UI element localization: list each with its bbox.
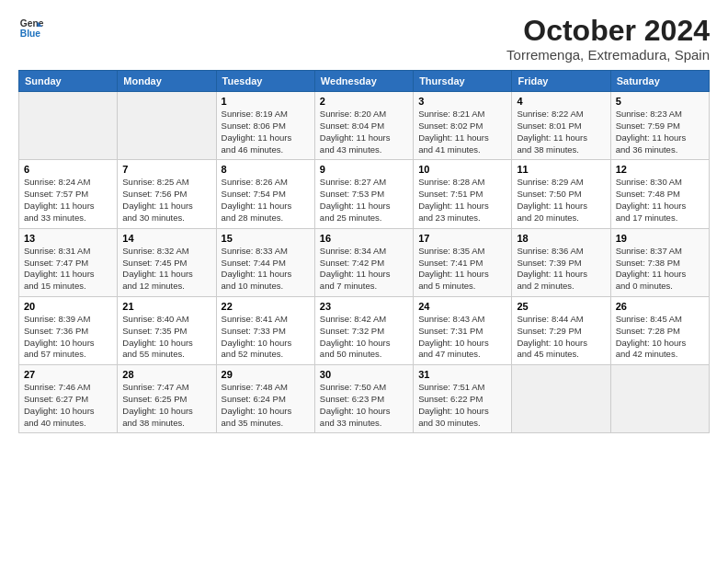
- day-number: 5: [616, 96, 704, 107]
- day-info: Sunrise: 8:35 AM Sunset: 7:41 PM Dayligh…: [418, 246, 506, 293]
- svg-text:Blue: Blue: [20, 29, 41, 39]
- calendar-cell: 23Sunrise: 8:42 AM Sunset: 7:32 PM Dayli…: [314, 296, 413, 364]
- day-info: Sunrise: 8:30 AM Sunset: 7:48 PM Dayligh…: [616, 177, 704, 224]
- calendar-body: 1Sunrise: 8:19 AM Sunset: 8:06 PM Daylig…: [19, 92, 710, 433]
- day-info: Sunrise: 8:24 AM Sunset: 7:57 PM Dayligh…: [24, 177, 112, 224]
- day-info: Sunrise: 8:44 AM Sunset: 7:29 PM Dayligh…: [517, 314, 605, 361]
- calendar-cell: 3Sunrise: 8:21 AM Sunset: 8:02 PM Daylig…: [414, 92, 512, 160]
- day-number: 6: [24, 164, 112, 175]
- day-number: 19: [616, 233, 704, 244]
- day-info: Sunrise: 8:41 AM Sunset: 7:33 PM Dayligh…: [222, 314, 310, 361]
- day-number: 28: [122, 369, 210, 380]
- day-info: Sunrise: 8:29 AM Sunset: 7:50 PM Dayligh…: [517, 177, 605, 224]
- day-number: 11: [517, 164, 605, 175]
- calendar-cell: 7Sunrise: 8:25 AM Sunset: 7:56 PM Daylig…: [118, 160, 216, 228]
- day-info: Sunrise: 7:48 AM Sunset: 6:24 PM Dayligh…: [222, 382, 310, 429]
- day-number: 25: [517, 301, 605, 312]
- day-info: Sunrise: 7:50 AM Sunset: 6:23 PM Dayligh…: [320, 382, 408, 429]
- day-number: 15: [222, 233, 310, 244]
- header: General Blue October 2024 Torremenga, Ex…: [18, 15, 710, 63]
- day-info: Sunrise: 8:28 AM Sunset: 7:51 PM Dayligh…: [418, 177, 506, 224]
- day-number: 10: [418, 164, 506, 175]
- calendar-cell: 2Sunrise: 8:20 AM Sunset: 8:04 PM Daylig…: [314, 92, 413, 160]
- logo: General Blue: [18, 15, 44, 40]
- day-number: 13: [24, 233, 112, 244]
- calendar-cell: 18Sunrise: 8:36 AM Sunset: 7:39 PM Dayli…: [512, 228, 610, 296]
- calendar-cell: 4Sunrise: 8:22 AM Sunset: 8:01 PM Daylig…: [512, 92, 610, 160]
- col-monday: Monday: [118, 71, 216, 92]
- calendar-cell: 28Sunrise: 7:47 AM Sunset: 6:25 PM Dayli…: [118, 365, 216, 433]
- day-number: 9: [320, 164, 408, 175]
- day-info: Sunrise: 8:22 AM Sunset: 8:01 PM Dayligh…: [517, 109, 605, 155]
- day-info: Sunrise: 8:43 AM Sunset: 7:31 PM Dayligh…: [418, 314, 506, 361]
- day-info: Sunrise: 8:20 AM Sunset: 8:04 PM Dayligh…: [320, 109, 408, 155]
- day-info: Sunrise: 8:33 AM Sunset: 7:44 PM Dayligh…: [222, 246, 310, 293]
- svg-text:General: General: [20, 18, 44, 29]
- day-info: Sunrise: 7:51 AM Sunset: 6:22 PM Dayligh…: [418, 382, 506, 429]
- day-number: 7: [122, 164, 210, 175]
- calendar-cell: 16Sunrise: 8:34 AM Sunset: 7:42 PM Dayli…: [314, 228, 413, 296]
- day-number: 8: [222, 164, 310, 175]
- calendar-cell: [19, 92, 118, 160]
- calendar-cell: 19Sunrise: 8:37 AM Sunset: 7:38 PM Dayli…: [610, 228, 709, 296]
- col-tuesday: Tuesday: [216, 71, 314, 92]
- calendar-cell: 10Sunrise: 8:28 AM Sunset: 7:51 PM Dayli…: [414, 160, 512, 228]
- calendar-cell: 5Sunrise: 8:23 AM Sunset: 7:59 PM Daylig…: [610, 92, 709, 160]
- col-friday: Friday: [512, 71, 610, 92]
- day-info: Sunrise: 8:37 AM Sunset: 7:38 PM Dayligh…: [616, 246, 704, 293]
- day-number: 14: [122, 233, 210, 244]
- day-number: 17: [418, 233, 506, 244]
- day-info: Sunrise: 8:39 AM Sunset: 7:36 PM Dayligh…: [24, 314, 112, 361]
- day-info: Sunrise: 7:46 AM Sunset: 6:27 PM Dayligh…: [24, 382, 112, 429]
- day-number: 30: [320, 369, 408, 380]
- title-block: October 2024 Torremenga, Extremadura, Sp…: [506, 15, 710, 63]
- calendar-cell: 11Sunrise: 8:29 AM Sunset: 7:50 PM Dayli…: [512, 160, 610, 228]
- day-number: 24: [418, 301, 506, 312]
- calendar-week-3: 13Sunrise: 8:31 AM Sunset: 7:47 PM Dayli…: [19, 228, 710, 296]
- col-wednesday: Wednesday: [314, 71, 413, 92]
- calendar-cell: [118, 92, 216, 160]
- day-number: 26: [616, 301, 704, 312]
- calendar-cell: 26Sunrise: 8:45 AM Sunset: 7:28 PM Dayli…: [610, 296, 709, 364]
- calendar-cell: 1Sunrise: 8:19 AM Sunset: 8:06 PM Daylig…: [216, 92, 314, 160]
- day-info: Sunrise: 8:40 AM Sunset: 7:35 PM Dayligh…: [122, 314, 210, 361]
- calendar-cell: 6Sunrise: 8:24 AM Sunset: 7:57 PM Daylig…: [19, 160, 118, 228]
- calendar-cell: 17Sunrise: 8:35 AM Sunset: 7:41 PM Dayli…: [414, 228, 512, 296]
- day-info: Sunrise: 8:32 AM Sunset: 7:45 PM Dayligh…: [122, 246, 210, 293]
- day-number: 22: [222, 301, 310, 312]
- calendar-week-5: 27Sunrise: 7:46 AM Sunset: 6:27 PM Dayli…: [19, 365, 710, 433]
- calendar-cell: [512, 365, 610, 433]
- calendar-cell: 20Sunrise: 8:39 AM Sunset: 7:36 PM Dayli…: [19, 296, 118, 364]
- calendar-header: Sunday Monday Tuesday Wednesday Thursday…: [19, 71, 710, 92]
- calendar-cell: 25Sunrise: 8:44 AM Sunset: 7:29 PM Dayli…: [512, 296, 610, 364]
- calendar-cell: 9Sunrise: 8:27 AM Sunset: 7:53 PM Daylig…: [314, 160, 413, 228]
- calendar-cell: 14Sunrise: 8:32 AM Sunset: 7:45 PM Dayli…: [118, 228, 216, 296]
- day-number: 12: [616, 164, 704, 175]
- day-number: 20: [24, 301, 112, 312]
- calendar-cell: 22Sunrise: 8:41 AM Sunset: 7:33 PM Dayli…: [216, 296, 314, 364]
- day-number: 4: [517, 96, 605, 107]
- calendar-cell: 24Sunrise: 8:43 AM Sunset: 7:31 PM Dayli…: [414, 296, 512, 364]
- calendar-cell: 13Sunrise: 8:31 AM Sunset: 7:47 PM Dayli…: [19, 228, 118, 296]
- day-info: Sunrise: 8:25 AM Sunset: 7:56 PM Dayligh…: [122, 177, 210, 224]
- location-subtitle: Torremenga, Extremadura, Spain: [506, 47, 710, 63]
- col-saturday: Saturday: [610, 71, 709, 92]
- day-number: 29: [222, 369, 310, 380]
- day-info: Sunrise: 7:47 AM Sunset: 6:25 PM Dayligh…: [122, 382, 210, 429]
- col-sunday: Sunday: [19, 71, 118, 92]
- day-info: Sunrise: 8:31 AM Sunset: 7:47 PM Dayligh…: [24, 246, 112, 293]
- calendar-cell: 30Sunrise: 7:50 AM Sunset: 6:23 PM Dayli…: [314, 365, 413, 433]
- header-row: Sunday Monday Tuesday Wednesday Thursday…: [19, 71, 710, 92]
- calendar-cell: 29Sunrise: 7:48 AM Sunset: 6:24 PM Dayli…: [216, 365, 314, 433]
- day-number: 2: [320, 96, 408, 107]
- calendar-cell: 15Sunrise: 8:33 AM Sunset: 7:44 PM Dayli…: [216, 228, 314, 296]
- day-number: 18: [517, 233, 605, 244]
- day-number: 31: [418, 369, 506, 380]
- day-info: Sunrise: 8:21 AM Sunset: 8:02 PM Dayligh…: [418, 109, 506, 155]
- calendar-cell: [610, 365, 709, 433]
- calendar-table: Sunday Monday Tuesday Wednesday Thursday…: [18, 70, 710, 433]
- day-info: Sunrise: 8:34 AM Sunset: 7:42 PM Dayligh…: [320, 246, 408, 293]
- month-title: October 2024: [506, 15, 710, 47]
- calendar-page: General Blue October 2024 Torremenga, Ex…: [0, 0, 728, 563]
- day-info: Sunrise: 8:42 AM Sunset: 7:32 PM Dayligh…: [320, 314, 408, 361]
